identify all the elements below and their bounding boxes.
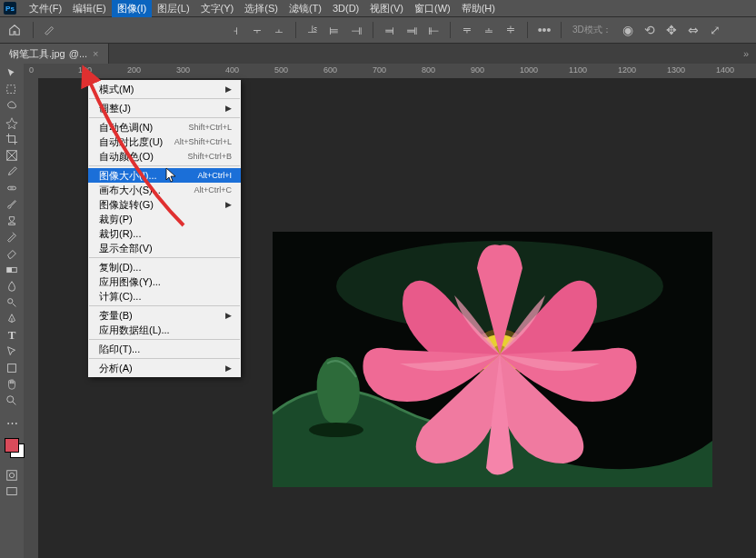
3d-pan-icon[interactable]: ✥ — [662, 21, 681, 39]
screenmode-icon[interactable] — [2, 483, 22, 500]
svg-rect-9 — [8, 364, 16, 373]
3d-slide-icon[interactable]: ⇔ — [684, 21, 702, 39]
dist-right-icon[interactable]: ⫦ — [424, 21, 443, 39]
menu-3d[interactable]: 3D(D) — [327, 1, 364, 15]
blur-tool-icon[interactable] — [2, 278, 22, 294]
align-top-icon[interactable]: ⫡ — [303, 21, 322, 39]
menu-item-label: 复制(D)... — [99, 261, 141, 274]
ruler-vertical[interactable] — [24, 78, 39, 558]
3d-roll-icon[interactable]: ⟲ — [641, 21, 659, 39]
path-select-tool-icon[interactable] — [2, 344, 22, 360]
menu-item[interactable]: 自动色调(N)Shift+Ctrl+L — [88, 120, 241, 135]
menu-filter[interactable]: 滤镜(T) — [284, 0, 327, 17]
healing-tool-icon[interactable] — [2, 180, 22, 196]
menu-view[interactable]: 视图(V) — [364, 0, 409, 17]
ruler-tick: 400 — [225, 65, 239, 75]
marquee-tool-icon[interactable] — [2, 82, 22, 98]
menu-item[interactable]: 应用数据组(L)... — [88, 323, 241, 337]
foreground-color[interactable] — [5, 438, 19, 453]
ruler-horizontal[interactable]: 0 100 200 300 400 500 600 700 800 900 10… — [24, 64, 756, 79]
align-bottom-icon[interactable]: ⫣ — [347, 21, 365, 39]
menu-item[interactable]: 陷印(T)... — [88, 342, 241, 356]
zoom-tool-icon[interactable] — [2, 393, 22, 409]
close-tab-icon[interactable]: × — [93, 48, 98, 59]
menu-item[interactable]: 分析(A)▶ — [88, 361, 241, 375]
tool-preset-icon[interactable] — [41, 21, 59, 39]
eyedropper-tool-icon[interactable] — [2, 164, 22, 180]
edit-toolbar-icon[interactable]: ⋯ — [2, 414, 22, 431]
align-center-h-icon[interactable]: ⫟ — [248, 21, 266, 39]
menu-item[interactable]: 应用图像(Y)... — [88, 274, 241, 289]
shape-tool-icon[interactable] — [2, 360, 22, 376]
menu-item[interactable]: 裁剪(P) — [88, 212, 241, 226]
menu-item[interactable]: 复制(D)... — [88, 260, 241, 274]
dist-vcenter-icon[interactable]: ⫨ — [480, 21, 498, 39]
dist-hcenter-icon[interactable]: ⫥ — [403, 21, 421, 39]
menu-layer[interactable]: 图层(L) — [152, 0, 194, 17]
color-swatches[interactable] — [5, 438, 19, 467]
menu-item-label: 图像旋转(G) — [99, 198, 154, 212]
menu-item[interactable]: 调整(J)▶ — [88, 101, 241, 115]
submenu-arrow-icon: ▶ — [225, 311, 232, 320]
align-left-icon[interactable]: ⫞ — [226, 21, 244, 39]
move-tool-icon[interactable] — [2, 65, 22, 82]
quick-select-tool-icon[interactable] — [2, 115, 22, 131]
tab-zoom: @... — [69, 48, 87, 59]
menu-divider — [89, 358, 240, 359]
crop-tool-icon[interactable] — [2, 131, 22, 147]
3d-zoom-icon[interactable]: ⤢ — [706, 21, 724, 39]
menu-window[interactable]: 窗口(W) — [409, 0, 456, 17]
dist-left-icon[interactable]: ⫤ — [381, 21, 399, 39]
pen-tool-icon[interactable] — [2, 311, 22, 327]
align-right-icon[interactable]: ⫠ — [270, 21, 288, 39]
menu-item[interactable]: 裁切(R)... — [88, 226, 241, 241]
menu-item[interactable]: 计算(C)... — [88, 289, 241, 304]
menu-item[interactable]: 变量(B)▶ — [88, 308, 241, 323]
dist-top-icon[interactable]: ⫧ — [458, 21, 476, 39]
menu-item[interactable]: 显示全部(V) — [88, 241, 241, 255]
more-icon[interactable]: ••• — [535, 21, 553, 39]
menu-item[interactable]: 画布大小(S)...Alt+Ctrl+C — [88, 183, 241, 197]
ruler-tick: 0 — [29, 65, 34, 75]
frame-tool-icon[interactable] — [2, 147, 22, 164]
menu-item[interactable]: 自动对比度(U)Alt+Shift+Ctrl+L — [88, 135, 241, 149]
menu-divider — [89, 305, 240, 306]
ruler-tick: 1300 — [667, 65, 685, 75]
menu-shortcut: Alt+Ctrl+I — [197, 171, 232, 180]
3d-orbit-icon[interactable]: ◉ — [619, 21, 637, 39]
dodge-tool-icon[interactable] — [2, 294, 22, 311]
svg-point-8 — [8, 299, 13, 304]
menu-edit[interactable]: 编辑(E) — [67, 0, 112, 17]
type-tool-icon[interactable]: T — [2, 327, 22, 344]
menu-item-label: 裁剪(P) — [99, 213, 133, 226]
lasso-tool-icon[interactable] — [2, 98, 22, 115]
svg-point-10 — [7, 396, 14, 403]
menu-shortcut: Shift+Ctrl+L — [188, 123, 232, 132]
document-image[interactable] — [273, 232, 712, 487]
align-center-v-icon[interactable]: ⫢ — [325, 21, 343, 39]
menu-item[interactable]: 模式(M)▶ — [88, 82, 241, 96]
menu-file[interactable]: 文件(F) — [24, 0, 67, 17]
menu-item[interactable]: 自动颜色(O)Shift+Ctrl+B — [88, 149, 241, 164]
stamp-tool-icon[interactable] — [2, 213, 22, 229]
eraser-tool-icon[interactable] — [2, 245, 22, 262]
home-icon[interactable] — [5, 21, 24, 39]
document-tab[interactable]: 钢笔工具.jpg @... × — [0, 44, 109, 64]
menu-text[interactable]: 文字(Y) — [195, 0, 240, 17]
menu-item[interactable]: 图像大小(I)...Alt+Ctrl+I — [88, 168, 241, 183]
gradient-tool-icon[interactable] — [2, 262, 22, 278]
tab-expand-icon[interactable]: » — [736, 48, 756, 59]
ruler-tick: 700 — [373, 65, 386, 75]
menu-item-label: 调整(J) — [99, 102, 131, 115]
history-brush-tool-icon[interactable] — [2, 229, 22, 245]
dist-bottom-icon[interactable]: ⫩ — [502, 21, 520, 39]
svg-rect-0 — [7, 85, 15, 94]
menu-image[interactable]: 图像(I) — [112, 0, 152, 17]
menu-item[interactable]: 图像旋转(G)▶ — [88, 197, 241, 212]
menu-help[interactable]: 帮助(H) — [456, 0, 501, 17]
quickmask-icon[interactable] — [2, 467, 22, 483]
hand-tool-icon[interactable] — [2, 376, 22, 393]
menu-select[interactable]: 选择(S) — [239, 0, 284, 17]
ruler-tick: 1200 — [618, 65, 636, 75]
brush-tool-icon[interactable] — [2, 196, 22, 213]
